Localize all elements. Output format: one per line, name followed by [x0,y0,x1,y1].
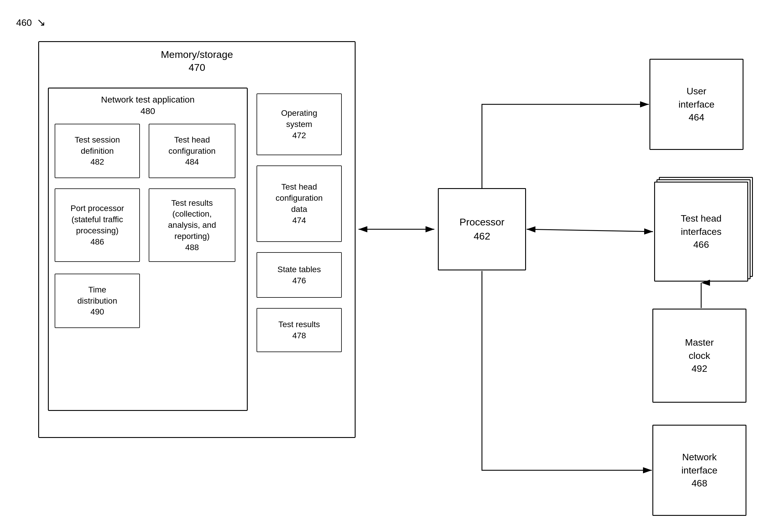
thcd-box: Test head configuration data 474 [257,166,342,242]
test-results-nta-box: Test results (collection, analysis, and … [149,189,235,262]
memory-storage-box: Memory/storage 470 Network test applicat… [38,41,355,438]
operating-system-box: Operating system 472 [257,94,342,155]
ref-label: 460 ↘ [16,16,45,29]
svg-line-5 [527,229,653,232]
time-distribution-box: Time distribution 490 [55,274,140,328]
network-test-application-box: Network test application 480 Test sessio… [48,88,248,411]
master-clock-box: Master clock 492 [652,309,746,403]
state-tables-box: State tables 476 [257,252,342,298]
nta-label: Network test application 480 [49,94,247,117]
user-interface-box: User interface 464 [649,59,743,150]
test-head-interfaces-box: Test head interfaces 466 [654,182,748,281]
memory-storage-label: Memory/storage 470 [39,48,355,74]
processor-box: Processor 462 [438,188,526,270]
test-head-configuration-box: Test head configuration 484 [149,124,235,178]
test-results-mem-box: Test results 478 [257,308,342,352]
port-processor-box: Port processor (stateful traffic process… [55,189,140,262]
test-session-definition-box: Test session definition 482 [55,124,140,178]
network-interface-box: Network interface 468 [652,425,746,516]
diagram: 460 ↘ Memory/storage 470 Network test ap… [0,0,762,532]
